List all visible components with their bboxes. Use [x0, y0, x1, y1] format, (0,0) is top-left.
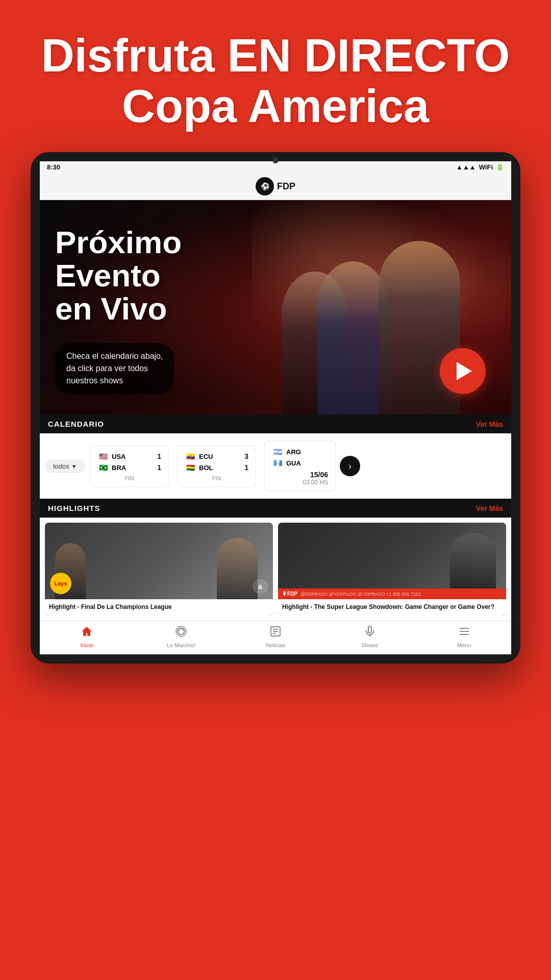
score-bol: 1: [244, 463, 248, 472]
team-gua: GUA: [286, 459, 301, 467]
filter-label: todos: [53, 462, 69, 470]
signal-icon: ▲▲▲: [456, 163, 476, 171]
banner-heading: Próximo Evento en Vivo: [55, 226, 182, 325]
highlights-ver-mas[interactable]: Ver Más: [476, 504, 503, 512]
tablet-wrapper: 8:30 ▲▲▲ WiFi 🔋 ⚽ FDP: [0, 152, 551, 694]
hero-banner: Próximo Evento en Vivo Checa el calendar…: [40, 200, 511, 414]
score-ecu: 3: [244, 452, 248, 460]
nav-label-menu: Menu: [457, 642, 471, 648]
bottom-nav: Inicio Lo Maximo! Noticias: [40, 621, 511, 654]
noticias-icon: [269, 625, 282, 641]
nav-label-shows: Shows: [361, 642, 378, 648]
calendar-header: CALENDARIO Ver Más: [40, 414, 511, 433]
nav-item-noticias[interactable]: Noticias: [255, 625, 296, 648]
highlights-grid: Lays a Highlight - Final De La Champions…: [45, 523, 506, 616]
score-usa: 1: [157, 452, 161, 460]
nav-item-shows[interactable]: Shows: [349, 625, 390, 648]
calendar-title: CALENDARIO: [48, 420, 104, 428]
lomaximo-icon: [175, 625, 187, 641]
fdp-handles: @FDPRADO @YDPRADO @YDPRADO +1 305 956 71…: [300, 592, 421, 597]
person1: [317, 261, 389, 414]
score-bra: 1: [157, 463, 161, 472]
team-usa: USA: [112, 453, 126, 460]
match-time: 03:00 HS: [272, 479, 328, 486]
play-button[interactable]: [440, 348, 486, 394]
highlights-title: HIGHLIGHTS: [48, 504, 101, 512]
app-logo: ⚽ FDP: [256, 177, 295, 195]
tablet-frame: 8:30 ▲▲▲ WiFi 🔋 ⚽ FDP: [31, 152, 520, 664]
shows-icon: [364, 625, 376, 641]
highlight-letter: a: [253, 579, 268, 594]
flag-gua: 🇬🇹: [272, 459, 283, 467]
dropdown-icon: ▾: [72, 462, 76, 470]
banner-text: Próximo Evento en Vivo: [55, 226, 182, 325]
highlight-card-1[interactable]: Lays a Highlight - Final De La Champions…: [45, 523, 273, 616]
nav-label-inicio: Inicio: [81, 642, 94, 648]
match-card-1[interactable]: 🇺🇸 USA 1 🇧🇷 BRA 1: [90, 445, 169, 487]
calendar-row: todos ▾ 🇺🇸 USA 1: [40, 438, 511, 494]
calendar-ver-mas[interactable]: Ver Más: [476, 420, 503, 428]
nav-item-inicio[interactable]: Inicio: [66, 625, 107, 648]
flag-usa: 🇺🇸: [97, 452, 109, 460]
team-arg: ARG: [286, 448, 301, 456]
nav-label-lomaximo: Lo Maximo!: [167, 642, 196, 648]
match-status-2: FIN: [185, 475, 248, 481]
lays-text: Lays: [54, 580, 67, 586]
match-status-1: FIN: [97, 475, 161, 481]
nav-item-menu[interactable]: Menu: [444, 625, 485, 648]
banner-subtitle-text: Checa el calendario abajo,da click para …: [66, 352, 163, 385]
person-silhouette: [217, 538, 258, 599]
app-screen: ⚽ FDP Próximo Evento: [40, 173, 511, 654]
match-date: 15/06: [272, 471, 328, 479]
flag-arg: 🇦🇷: [272, 448, 283, 456]
highlight-title-1: Highlight - Final De La Champions League: [45, 599, 273, 616]
battery-icon: 🔋: [496, 163, 504, 171]
match-card-2[interactable]: 🇪🇨 ECU 3 🇧🇴 BOL 1: [177, 445, 256, 487]
highlights-header: HIGHLIGHTS Ver Más: [40, 499, 511, 518]
highlight-thumb-1: Lays a: [45, 523, 273, 599]
logo-text: FDP: [277, 181, 295, 192]
wifi-icon: WiFi: [479, 163, 493, 171]
team-bol: BOL: [199, 464, 213, 472]
highlight-card-2[interactable]: 🎙FDP @FDPRADO @YDPRADO @YDPRADO +1 305 9…: [278, 523, 506, 616]
highlight-title-2: Highlight - The Super League Showdown: G…: [278, 599, 506, 616]
calendar-next-arrow[interactable]: ›: [340, 456, 360, 476]
nav-label-noticias: Noticias: [265, 642, 285, 648]
fdp-bar: 🎙FDP @FDPRADO @YDPRADO @YDPRADO +1 305 9…: [278, 589, 506, 599]
team-ecu: ECU: [199, 453, 213, 460]
banner-subtitle: Checa el calendario abajo,da click para …: [55, 343, 174, 394]
flag-bol: 🇧🇴: [185, 463, 196, 472]
filter-pill[interactable]: todos ▾: [45, 459, 86, 473]
status-bar: 8:30 ▲▲▲ WiFi 🔋: [40, 161, 511, 173]
calendar-section: CALENDARIO Ver Más todos ▾: [40, 414, 511, 499]
match-card-3[interactable]: 🇦🇷 ARG 🇬🇹 GUA 1: [264, 440, 336, 492]
flag-bra: 🇧🇷: [97, 463, 109, 472]
menu-icon: [458, 625, 470, 641]
team-bra: BRA: [112, 464, 126, 472]
status-icons: ▲▲▲ WiFi 🔋: [456, 163, 504, 171]
logo-icon: ⚽: [256, 177, 274, 195]
status-time: 8:30: [47, 163, 60, 171]
hero-section: Disfruta EN DIRECTO Copa America: [0, 0, 551, 152]
hero-title: Disfruta EN DIRECTO Copa America: [20, 31, 531, 132]
app-header: ⚽ FDP: [40, 173, 511, 200]
highlights-section: HIGHLIGHTS Ver Más: [40, 499, 511, 621]
fdp-logo-text: 🎙FDP: [282, 591, 297, 597]
nav-item-lomaximo[interactable]: Lo Maximo!: [161, 625, 202, 648]
lays-logo: Lays: [50, 573, 71, 594]
flag-ecu: 🇪🇨: [185, 452, 196, 460]
inicio-icon: [81, 625, 93, 641]
highlight-thumb-2: 🎙FDP @FDPRADO @YDPRADO @YDPRADO +1 305 9…: [278, 523, 506, 599]
